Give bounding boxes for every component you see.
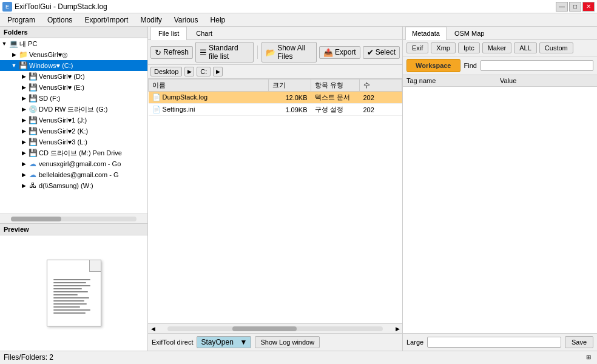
- large-label: Large: [406, 339, 423, 346]
- tree-item[interactable]: ▼💾Windows♥ (C:): [0, 60, 147, 71]
- tree-item[interactable]: ▼💻내 PC: [0, 38, 147, 49]
- tree-horizontal-scroll[interactable]: [0, 214, 147, 223]
- tree-item-label: VenusGirl♥◎: [29, 51, 68, 59]
- menu-export-import[interactable]: Export/Import: [79, 15, 133, 25]
- preview-panel: Preview: [0, 223, 147, 351]
- tree-item[interactable]: ▶🖧d(\\Samsung) (W:): [0, 180, 147, 191]
- tab-metadata[interactable]: Metadata: [405, 27, 447, 40]
- subtab-all[interactable]: ALL: [514, 42, 537, 53]
- folders-header: Folders: [0, 27, 147, 38]
- file-preview-icon: [47, 260, 101, 326]
- hscroll-left[interactable]: ◀: [148, 324, 158, 334]
- file-list-container[interactable]: 이름 크기 항목 유형 수 📄 DumpStack.log12.0KB텍스트 문…: [148, 79, 402, 323]
- refresh-button[interactable]: ↻ Refresh: [150, 46, 193, 59]
- tab-file-list[interactable]: File list: [150, 27, 187, 40]
- addr-arrow-2[interactable]: ▶: [213, 67, 223, 76]
- tree-toggle-icon[interactable]: ▼: [0, 39, 8, 48]
- tab-chart[interactable]: Chart: [188, 27, 220, 39]
- tree-item[interactable]: ▶💾CD 드라이브 (M:) Pen Drive: [0, 147, 147, 158]
- addr-arrow-1[interactable]: ▶: [184, 67, 194, 76]
- table-row[interactable]: 📄 DumpStack.log12.0KB텍스트 문서202: [149, 92, 402, 104]
- tree-item-icon: 💾: [28, 148, 38, 158]
- hscroll-right[interactable]: ▶: [393, 324, 402, 334]
- tree-toggle-icon[interactable]: ▶: [19, 127, 28, 135]
- tree-item[interactable]: ▶💿DVD RW 드라이브 (G:): [0, 104, 147, 115]
- tree-toggle-icon[interactable]: ▶: [19, 160, 28, 168]
- tree-toggle-icon[interactable]: ▶: [19, 170, 28, 179]
- save-button[interactable]: Save: [565, 336, 593, 348]
- addr-c-drive[interactable]: C:: [197, 67, 211, 76]
- folder-tree[interactable]: ▼💻내 PC▶📁VenusGirl♥◎▼💾Windows♥ (C:)▶💾Venu…: [0, 38, 147, 214]
- metadata-tab-bar: Metadata OSM Map: [403, 27, 597, 40]
- tree-item[interactable]: ▶💾VenusGirl♥ (D:): [0, 71, 147, 82]
- tree-toggle-icon[interactable]: ▼: [10, 61, 18, 70]
- status-text: Files/Folders: 2: [4, 353, 53, 362]
- tree-toggle-icon[interactable]: ▶: [19, 105, 28, 113]
- menu-bar: Program Options Export/Import Modify Var…: [0, 13, 597, 27]
- maximize-button[interactable]: □: [569, 2, 581, 12]
- minimize-button[interactable]: —: [556, 2, 568, 12]
- metadata-bottom: Large Save: [403, 333, 597, 351]
- large-input[interactable]: [427, 337, 561, 348]
- exiftool-direct-label: ExifTool direct: [152, 339, 193, 346]
- menu-modify[interactable]: Modify: [135, 15, 166, 25]
- standard-file-list-button[interactable]: ☰ Standard file list: [195, 42, 254, 62]
- metadata-content[interactable]: [403, 87, 597, 333]
- tree-item[interactable]: ▶💾VenusGirl♥3 (L:): [0, 136, 147, 147]
- tree-item[interactable]: ▶💾VenusGirl♥ (E:): [0, 82, 147, 93]
- title-bar-left: E ExifToolGui - DumpStack.log: [2, 2, 107, 12]
- title-bar-controls: — □ ✕: [556, 2, 595, 12]
- file-list-hscroll[interactable]: ◀ ▶: [148, 323, 402, 333]
- tree-item[interactable]: ▶☁venusxgirl@gmail.com - Go: [0, 158, 147, 169]
- tree-item-icon: 📁: [18, 50, 28, 59]
- menu-options[interactable]: Options: [42, 15, 77, 25]
- tree-toggle-icon[interactable]: ▶: [19, 83, 28, 92]
- tree-item-icon: 💿: [28, 104, 38, 114]
- menu-various[interactable]: Various: [169, 15, 203, 25]
- close-button[interactable]: ✕: [582, 2, 595, 12]
- tree-toggle-icon[interactable]: ▶: [19, 94, 28, 103]
- tree-item[interactable]: ▶📁VenusGirl♥◎: [0, 49, 147, 60]
- col-header-date: 수: [360, 79, 402, 92]
- tree-item-label: 내 PC: [19, 39, 37, 49]
- subtab-xmp[interactable]: Xmp: [431, 42, 456, 53]
- tree-toggle-icon[interactable]: ▶: [19, 138, 28, 146]
- metadata-sub-tabs: Exif Xmp Iptc Maker ALL Custom: [403, 40, 597, 56]
- left-panel: Folders ▼💻내 PC▶📁VenusGirl♥◎▼💾Windows♥ (C…: [0, 27, 148, 351]
- stay-open-select[interactable]: StayOpen ▼: [197, 336, 251, 348]
- subtab-maker[interactable]: Maker: [482, 42, 512, 53]
- menu-help[interactable]: Help: [206, 15, 231, 25]
- col-header-type: 항목 유형: [311, 79, 360, 92]
- show-all-files-button[interactable]: 📂 Show All Files: [261, 42, 317, 62]
- file-name-cell: 📄 Settings.ini: [149, 104, 269, 116]
- tree-toggle-icon[interactable]: ▶: [10, 50, 18, 59]
- table-row[interactable]: 📄 Settings.ini1.09KB구성 설정202: [149, 104, 402, 116]
- subtab-custom[interactable]: Custom: [539, 42, 573, 53]
- subtab-exif[interactable]: Exif: [406, 42, 428, 53]
- show-log-window-button[interactable]: Show Log window: [255, 336, 320, 348]
- tree-item[interactable]: ▶💾VenusGirl♥2 (K:): [0, 126, 147, 136]
- metadata-column-headers: Tag name Value: [403, 75, 597, 87]
- tree-toggle-icon[interactable]: ▶: [19, 181, 28, 190]
- find-input[interactable]: [481, 60, 593, 71]
- menu-program[interactable]: Program: [2, 15, 40, 25]
- right-panel: Metadata OSM Map Exif Xmp Iptc Maker ALL…: [403, 27, 597, 351]
- subtab-iptc[interactable]: Iptc: [458, 42, 480, 53]
- tree-toggle-icon[interactable]: ▶: [19, 149, 28, 157]
- tab-osm-map[interactable]: OSM Map: [448, 27, 491, 39]
- tree-item-label: bellelaides@gmail.com - G: [39, 171, 119, 178]
- file-type-cell: 구성 설정: [311, 104, 360, 116]
- file-size-cell: 1.09KB: [269, 104, 311, 116]
- export-button[interactable]: 📤 Export: [319, 46, 360, 59]
- main-layout: Folders ▼💻내 PC▶📁VenusGirl♥◎▼💾Windows♥ (C…: [0, 27, 597, 351]
- workspace-button[interactable]: Workspace: [406, 59, 460, 72]
- tree-item-label: d(\\Samsung) (W:): [39, 182, 93, 189]
- addr-desktop[interactable]: Desktop: [150, 67, 182, 76]
- tree-toggle-icon[interactable]: ▶: [19, 72, 28, 81]
- tree-toggle-icon[interactable]: ▶: [19, 116, 28, 124]
- file-date-cell: 202: [360, 104, 402, 116]
- tree-item[interactable]: ▶💾SD (F:): [0, 93, 147, 104]
- tree-item[interactable]: ▶☁bellelaides@gmail.com - G: [0, 169, 147, 180]
- tree-item[interactable]: ▶💾VenusGirl♥1 (J:): [0, 115, 147, 126]
- select-button[interactable]: ✔ Select: [363, 46, 400, 59]
